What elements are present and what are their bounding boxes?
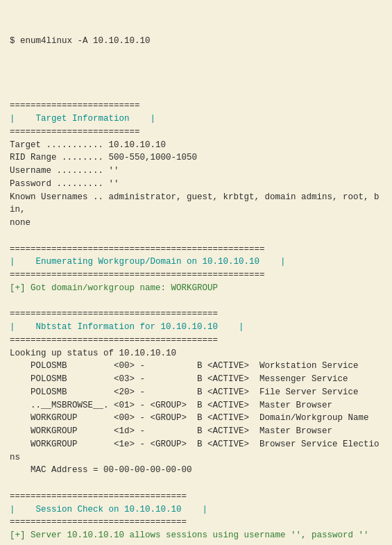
- section-sep-bot-3: ==================================: [10, 516, 382, 529]
- section-blank-1: [10, 295, 382, 308]
- section-0-line-3: Password ......... '': [10, 178, 382, 191]
- section-2-line-4: ..__MSBROWSE__. <01> - <GROUP> B <ACTIVE…: [10, 399, 382, 412]
- section-3-line-0: [+] Server 10.10.10.10 allows sessions u…: [10, 529, 382, 542]
- command-line: $ enum4linux -A 10.10.10.10: [10, 35, 382, 48]
- section-2-line-7: WORKGROUP <1e> - <GROUP> B <ACTIVE> Brow…: [10, 438, 382, 464]
- section-2-line-6: WORKGROUP <1d> - B <ACTIVE> Master Brows…: [10, 425, 382, 438]
- section-blank-2: [10, 477, 382, 490]
- terminal-output: $ enum4linux -A 10.10.10.10 ============…: [10, 8, 382, 545]
- section-0-line-1: RID Range ........ 500-550,1000-1050: [10, 151, 382, 165]
- section-sep-top-0: =========================: [10, 99, 382, 112]
- section-title-3: | Session Check on 10.10.10.10 |: [10, 503, 382, 517]
- section-sep-top-3: ==================================: [10, 490, 382, 503]
- section-sep-bot-2: ========================================: [10, 334, 382, 347]
- section-2-line-1: POLOSMB <00> - B <ACTIVE> Workstation Se…: [10, 360, 382, 373]
- section-2-line-9: MAC Address = 00-00-00-00-00-00: [10, 464, 382, 477]
- section-0-line-0: Target ........... 10.10.10.10: [10, 139, 382, 152]
- section-2-line-2: POLOSMB <03> - B <ACTIVE> Messenger Serv…: [10, 373, 382, 386]
- section-0-line-4: Known Usernames .. administrator, guest,…: [10, 191, 382, 217]
- section-blank-0: [10, 230, 382, 243]
- section-sep-bot-1: ========================================…: [10, 269, 382, 282]
- section-1-line-0: [+] Got domain/workgroup name: WORKGROUP: [10, 282, 382, 295]
- section-2-line-5: WORKGROUP <00> - <GROUP> B <ACTIVE> Doma…: [10, 412, 382, 425]
- section-sep-top-1: ========================================…: [10, 243, 382, 256]
- section-title-2: | Nbtstat Information for 10.10.10.10 |: [10, 321, 382, 334]
- section-2-line-3: POLOSMB <20> - B <ACTIVE> File Server Se…: [10, 386, 382, 399]
- section-sep-bot-0: =========================: [10, 126, 382, 139]
- section-sep-top-2: ========================================: [10, 308, 382, 321]
- section-blank-3: [10, 542, 382, 545]
- section-0-line-5: none: [10, 217, 382, 230]
- section-0-line-2: Username ......... '': [10, 165, 382, 178]
- section-title-1: | Enumerating Workgroup/Domain on 10.10.…: [10, 255, 382, 269]
- section-2-line-0: Looking up status of 10.10.10.10: [10, 347, 382, 360]
- section-title-0: | Target Information |: [10, 112, 382, 126]
